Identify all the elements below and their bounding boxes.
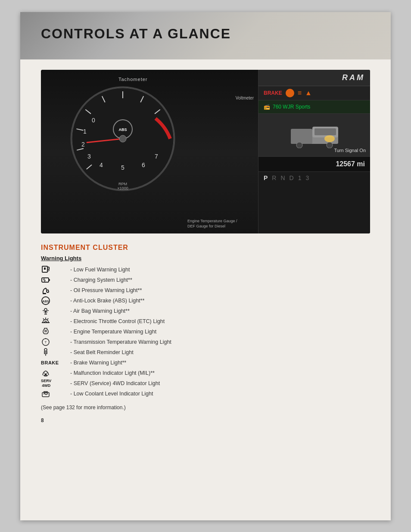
gear-r: R — [272, 174, 276, 181]
gear-d: D — [290, 174, 294, 181]
svg-rect-43 — [49, 279, 50, 281]
page-number: 8 — [41, 417, 370, 423]
header-section: CONTROLS AT A GLANCE — [20, 12, 391, 59]
content-area: Tachometer 0 — [20, 59, 391, 441]
svg-point-28 — [288, 91, 292, 95]
gear-selector: P R N D 1 3 — [258, 172, 370, 184]
icon-trans-temp: T — [41, 337, 67, 347]
desc-oil-pressure: - Oil Pressure Warning Light** — [70, 286, 370, 295]
svg-point-64 — [44, 348, 47, 351]
svg-rect-31 — [291, 129, 312, 144]
svg-point-32 — [296, 142, 302, 148]
svg-text:1: 1 — [83, 128, 87, 135]
subsection-heading: Warning Lights — [41, 255, 370, 261]
gear-p: P — [264, 174, 268, 181]
desc-low-fuel: - Low Fuel Warning Light — [70, 265, 370, 274]
truck-svg — [289, 122, 340, 148]
voltmeter-label: Voltmeter — [236, 96, 254, 100]
svg-line-56 — [43, 318, 44, 320]
svg-rect-37 — [44, 268, 46, 270]
svg-text:0: 0 — [92, 117, 95, 124]
desc-charging: - Charging System Light** — [70, 276, 370, 284]
svg-text:ABS: ABS — [118, 128, 127, 132]
svg-point-51 — [44, 308, 47, 311]
svg-text:×1000: ×1000 — [117, 186, 128, 190]
svg-point-33 — [327, 142, 333, 148]
svg-text:6: 6 — [142, 162, 145, 168]
icon-oil-pressure — [41, 286, 67, 295]
svg-text:RPM: RPM — [118, 182, 127, 186]
dashboard: Tachometer 0 — [41, 70, 370, 233]
desc-airbag: - Air Bag Warning Light** — [70, 307, 370, 315]
icon-charging — [41, 275, 67, 285]
page-container: CONTROLS AT A GLANCE Tachometer — [20, 12, 391, 520]
warning-icon-3: ▲ — [305, 89, 312, 97]
tachometer-area: Tachometer 0 — [41, 70, 248, 233]
desc-mil: - Malfunction Indicator Light (MIL)** — [70, 369, 370, 377]
brake-indicator: BRAKE — [264, 90, 282, 96]
ram-logo: RAM — [342, 73, 365, 82]
svg-point-35 — [324, 135, 335, 142]
radio-station: 760 WJR Sports — [273, 104, 310, 110]
mileage-area: 12567 mi — [258, 157, 370, 172]
desc-trans-temp: - Transmission Temperature Warning Light — [70, 338, 370, 346]
tachometer-gauge: 0 1 2 3 4 — [67, 83, 179, 195]
icon-engine-temp — [41, 327, 67, 336]
right-info-panel: RAM BRAKE ≡ ▲ 📻 760 WJR Sports — [258, 70, 370, 233]
svg-text:7: 7 — [155, 153, 158, 160]
gear-3: 3 — [306, 174, 309, 181]
desc-brake: - Brake Warning Light** — [70, 358, 370, 367]
warning-lights-indicator-row: BRAKE ≡ ▲ — [258, 86, 370, 100]
icon-serv-4wd: SERV4WD — [41, 379, 67, 388]
icon-abs: ABS — [41, 296, 67, 305]
turn-signal-text: Turn Signal On — [334, 148, 366, 153]
svg-rect-34 — [314, 128, 336, 135]
desc-abs: - Anti-Lock Brake (ABS) Light** — [70, 296, 370, 305]
icon-seatbelt — [41, 348, 67, 357]
svg-text:T: T — [45, 340, 47, 344]
tachometer-label: Tachometer — [118, 77, 147, 82]
svg-text:2: 2 — [81, 141, 85, 148]
svg-text:ABS: ABS — [43, 300, 49, 303]
svg-text:4: 4 — [100, 162, 103, 168]
svg-rect-68 — [45, 373, 47, 375]
truck-image-area: Turn Signal On — [258, 114, 370, 157]
svg-point-21 — [119, 135, 126, 142]
svg-rect-48 — [43, 293, 46, 294]
svg-line-57 — [47, 318, 48, 320]
radio-icon: 📻 — [264, 104, 270, 110]
icon-brake: BRAKE — [41, 358, 67, 367]
icon-low-fuel — [41, 265, 67, 274]
desc-serv-4wd: - SERV (Service) 4WD Indicator Light — [70, 379, 370, 388]
icon-low-coolant — [41, 389, 67, 398]
tachometer-svg: 0 1 2 3 4 — [67, 83, 179, 195]
desc-low-coolant: - Low Coolant Level Indicator Light — [70, 389, 370, 398]
gear-n: N — [280, 174, 285, 181]
svg-point-47 — [47, 289, 49, 291]
svg-text:3: 3 — [87, 153, 91, 160]
warning-icon-2: ≡ — [298, 89, 302, 97]
warning-light-1 — [286, 89, 294, 97]
svg-point-41 — [47, 269, 49, 271]
warning-lights-list: - Low Fuel Warning Light - Charging Syst… — [41, 265, 370, 398]
icon-mil — [41, 368, 67, 378]
instrument-cluster-section: INSTRUMENT CLUSTER Warning Lights - Low … — [41, 244, 370, 423]
section-heading: INSTRUMENT CLUSTER — [41, 244, 370, 252]
page-title: CONTROLS AT A GLANCE — [20, 12, 391, 42]
icon-etc — [41, 317, 67, 326]
ram-logo-area: RAM — [258, 70, 370, 86]
voltmeter-area: Voltmeter — [236, 96, 254, 100]
gear-1: 1 — [298, 174, 302, 181]
footer-note: (See page 132 for more information.) — [41, 404, 370, 411]
dashboard-image: Tachometer 0 — [41, 70, 370, 233]
engine-temp-label: Engine Temperature Gauge /DEF Gauge for … — [187, 218, 237, 229]
odometer: 12567 mi — [336, 160, 365, 168]
desc-seatbelt: - Seat Belt Reminder Light — [70, 348, 370, 357]
svg-text:5: 5 — [121, 164, 125, 171]
desc-engine-temp: - Engine Temperature Warning Light — [70, 327, 370, 336]
icon-airbag — [41, 306, 67, 316]
radio-display: 📻 760 WJR Sports — [258, 100, 370, 114]
desc-etc: - Electronic Throttle Control (ETC) Ligh… — [70, 317, 370, 326]
